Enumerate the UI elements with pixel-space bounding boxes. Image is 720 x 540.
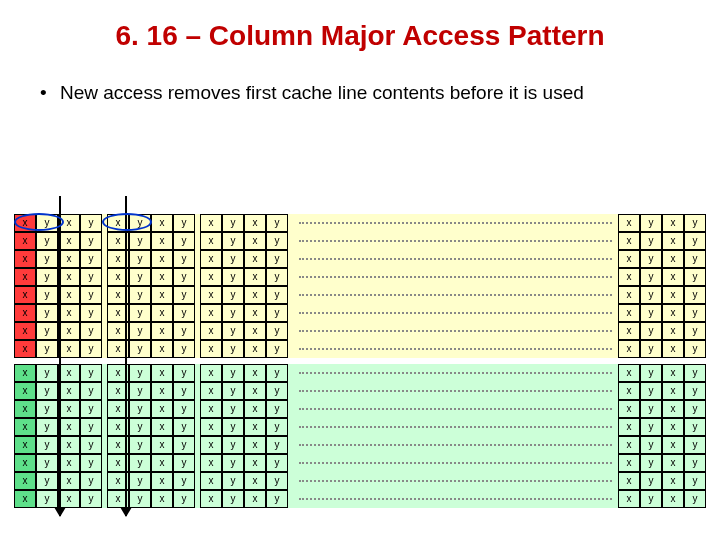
cell-x: x [58,400,80,418]
cell-x: x [618,232,640,250]
cell-y: y [684,418,706,436]
table-row: xyxyxyxyxyxyxyxy [14,232,706,250]
cell-x: x [662,340,684,358]
cell-x: x [58,232,80,250]
cell-x: x [58,286,80,304]
cell-x: x [14,268,36,286]
cell-x: x [14,340,36,358]
cell-y: y [36,382,58,400]
table-row: xyxyxyxyxyxyxyxy [14,214,706,232]
cell-y: y [640,436,662,454]
cell-y: y [80,400,102,418]
cell-x: x [14,322,36,340]
cell-y: y [173,286,195,304]
cell-y: y [266,250,288,268]
cell-y: y [129,250,151,268]
cell-y: y [684,232,706,250]
cell-y: y [80,286,102,304]
cell-y: y [266,472,288,490]
cell-y: y [36,436,58,454]
memory-grid: xyxyxyxyxyxyxyxyxyxyxyxyxyxyxyxyxyxyxyxy… [14,214,706,514]
ellipsis [293,340,618,358]
cell-x: x [244,268,266,286]
cell-y: y [684,382,706,400]
cell-x: x [58,214,80,232]
cell-x: x [618,400,640,418]
cell-x: x [662,400,684,418]
cell-x: x [58,364,80,382]
cell-y: y [640,322,662,340]
cell-y: y [129,382,151,400]
cell-x: x [200,454,222,472]
cell-y: y [129,304,151,322]
cell-x: x [200,382,222,400]
cell-x: x [151,454,173,472]
ellipsis [293,418,618,436]
cell-x: x [200,340,222,358]
cell-y: y [129,286,151,304]
ellipsis [293,214,618,232]
cell-x: x [618,250,640,268]
cell-x: x [58,436,80,454]
cell-x: x [14,232,36,250]
cell-y: y [80,454,102,472]
cell-y: y [80,214,102,232]
cell-y: y [173,436,195,454]
cell-x: x [244,304,266,322]
table-row: xyxyxyxyxyxyxyxy [14,418,706,436]
cell-y: y [129,418,151,436]
cell-x: x [151,418,173,436]
cell-x: x [151,214,173,232]
cell-y: y [266,454,288,472]
cell-x: x [58,268,80,286]
cell-y: y [222,322,244,340]
table-row: xyxyxyxyxyxyxyxy [14,364,706,382]
ellipsis [293,472,618,490]
cell-x: x [618,214,640,232]
cell-y: y [684,268,706,286]
cell-x: x [244,250,266,268]
cell-x: x [618,304,640,322]
cell-y: y [640,340,662,358]
cell-y: y [80,304,102,322]
cell-y: y [36,364,58,382]
cell-y: y [266,268,288,286]
cell-x: x [14,286,36,304]
cell-x: x [200,472,222,490]
cell-y: y [222,214,244,232]
cell-y: y [36,250,58,268]
cell-y: y [684,286,706,304]
cell-y: y [222,472,244,490]
access-arrow-2 [125,196,127,516]
cell-y: y [684,436,706,454]
cell-y: y [129,232,151,250]
cell-x: x [618,418,640,436]
cell-x: x [151,400,173,418]
cell-y: y [222,304,244,322]
cell-x: x [244,418,266,436]
cell-y: y [80,364,102,382]
cell-x: x [662,418,684,436]
cell-x: x [58,250,80,268]
cell-x: x [151,322,173,340]
cell-x: x [151,436,173,454]
cell-x: x [151,232,173,250]
cell-x: x [662,286,684,304]
cell-x: x [200,268,222,286]
cell-y: y [36,400,58,418]
cell-x: x [618,436,640,454]
cell-y: y [173,214,195,232]
cell-y: y [684,472,706,490]
cell-y: y [80,340,102,358]
cell-x: x [662,232,684,250]
cell-x: x [200,286,222,304]
cell-y: y [640,472,662,490]
cell-x: x [662,322,684,340]
cell-y: y [266,418,288,436]
cell-x: x [618,382,640,400]
cell-x: x [58,454,80,472]
cell-y: y [36,232,58,250]
ellipsis [293,364,618,382]
cell-x: x [662,268,684,286]
cell-y: y [684,454,706,472]
